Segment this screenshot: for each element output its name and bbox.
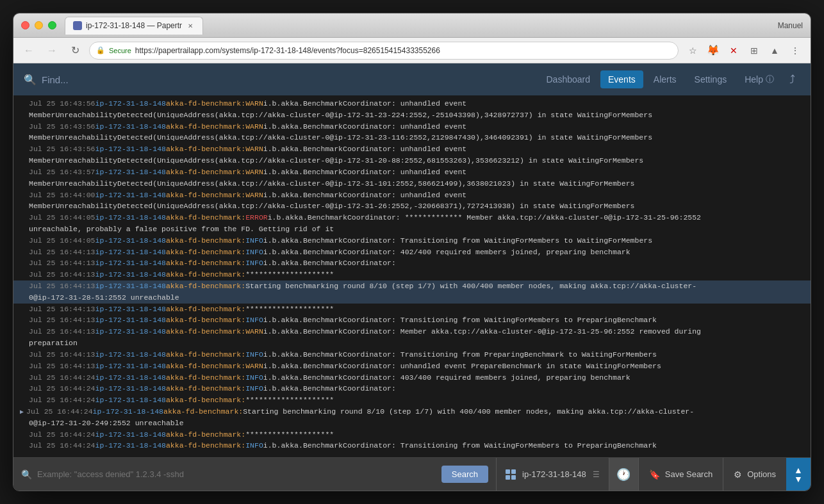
clock-icon: 🕐	[616, 467, 630, 482]
log-line: Jul 25 16:44:13 ip-172-31-18-148 akka-fd…	[13, 304, 811, 315]
log-line: Jul 25 16:44:13 ip-172-31-18-148 akka-fd…	[13, 349, 811, 361]
log-line: Jul 25 16:43:57 ip-172-31-18-148 akka-fd…	[13, 167, 811, 178]
log-line: Jul 25 16:44:13 ip-172-31-18-148 akka-fd…	[13, 247, 811, 258]
menu-button[interactable]: ⋮	[786, 42, 804, 60]
help-label: Help	[745, 74, 763, 85]
search-input-area: 🔍 Search	[13, 458, 497, 491]
system-selector[interactable]: ip-172-31-18-148 ☰	[497, 458, 609, 491]
extension-1[interactable]: ✕	[725, 42, 743, 60]
log-line: Jul 25 16:44:05 ip-172-31-18-148 akka-fd…	[13, 212, 811, 224]
log-line: Jul 25 16:43:56 ip-172-31-18-148 akka-fd…	[13, 121, 811, 133]
traffic-lights	[21, 21, 56, 29]
papertrail-icon	[73, 21, 82, 30]
options-button[interactable]: ⚙ Options	[723, 458, 786, 491]
tab-bar: ip-172-31-18-148 — Papertr ✕	[65, 13, 203, 37]
search-icon-bottom: 🔍	[21, 469, 32, 480]
title-bar: ip-172-31-18-148 — Papertr ✕ Manuel	[13, 13, 811, 38]
log-line: MemberUnreachabilityDetected(UniqueAddre…	[13, 155, 811, 167]
log-line: Jul 25 16:44:13 ip-172-31-18-148 akka-fd…	[13, 280, 811, 292]
back-button[interactable]: ←	[20, 42, 38, 60]
lock-icon: 🔒	[96, 46, 105, 54]
system-grid-icon	[506, 469, 516, 480]
log-line: Jul 25 16:44:13 ip-172-31-18-148 akka-fd…	[13, 269, 811, 280]
log-line: MemberUnreachabilityDetected(UniqueAddre…	[13, 110, 811, 121]
log-line: Jul 25 16:44:13 ip-172-31-18-148 akka-fd…	[13, 361, 811, 372]
options-label: Options	[747, 469, 776, 479]
scroll-indicator[interactable]: ▲ ▼	[786, 458, 811, 491]
search-button[interactable]: Search	[441, 466, 488, 483]
secure-label: Secure	[109, 47, 131, 54]
browser-tab[interactable]: ip-172-31-18-148 — Papertr ✕	[65, 17, 203, 35]
nav-events[interactable]: Events	[600, 70, 643, 88]
address-bar[interactable]: 🔒 Secure https://papertrailapp.com/syste…	[89, 42, 679, 60]
log-line-continuation: preparation	[13, 337, 811, 349]
save-search-button[interactable]: 🔖 Save Search	[639, 458, 723, 491]
help-icon: ⓘ	[766, 74, 774, 85]
search-input[interactable]	[37, 469, 436, 479]
system-menu-chevron: ☰	[593, 470, 600, 479]
find-placeholder: Find...	[42, 74, 69, 85]
log-line: Jul 25 16:44:24 ip-172-31-18-148 akka-fd…	[13, 394, 811, 406]
log-line: unreachable, probably a false positive f…	[13, 224, 811, 235]
extension-2[interactable]: ⊞	[745, 42, 763, 60]
log-line: MemberUnreachabilityDetected(UniqueAddre…	[13, 200, 811, 212]
log-area: Jul 25 16:43:56 ip-172-31-18-148 akka-fd…	[13, 95, 811, 457]
reload-button[interactable]: ↻	[66, 42, 84, 60]
bookmark-button[interactable]: ☆	[684, 42, 702, 60]
nav-links: Dashboard Events Alerts Settings Help ⓘ …	[539, 69, 801, 90]
log-line: Jul 25 16:44:05 ip-172-31-18-148 akka-fd…	[13, 235, 811, 247]
system-name-label: ip-172-31-18-148	[522, 469, 586, 479]
log-line: ▶Jul 25 16:44:24 ip-172-31-18-148 akka-f…	[13, 406, 811, 418]
browser-bar: ← → ↻ 🔒 Secure https://papertrailapp.com…	[13, 38, 811, 63]
nav-alerts[interactable]: Alerts	[646, 70, 684, 88]
user-label: Manuel	[778, 21, 803, 30]
nav-dashboard[interactable]: Dashboard	[539, 70, 598, 88]
forward-button[interactable]: →	[43, 42, 61, 60]
log-line: MemberUnreachabilityDetected(UniqueAddre…	[13, 178, 811, 190]
log-line: Jul 25 16:43:56 ip-172-31-18-148 akka-fd…	[13, 98, 811, 110]
save-search-label: Save Search	[665, 469, 713, 479]
nav-signout[interactable]: ⤴	[784, 69, 800, 90]
expand-icon[interactable]: ▶	[20, 407, 24, 418]
log-line: Jul 25 16:44:13 ip-172-31-18-148 akka-fd…	[13, 257, 811, 269]
search-icon: 🔍	[24, 74, 37, 86]
log-line: Jul 25 16:44:13 ip-172-31-18-148 akka-fd…	[13, 326, 811, 337]
extension-3[interactable]: ▲	[766, 42, 784, 60]
bookmark-save-icon: 🔖	[649, 469, 660, 480]
log-line: Jul 25 16:44:24 ip-172-31-18-148 akka-fd…	[13, 383, 811, 394]
log-line: Jul 25 16:43:56 ip-172-31-18-148 akka-fd…	[13, 143, 811, 155]
time-button[interactable]: 🕐	[609, 458, 639, 491]
log-line: Jul 25 16:44:13 ip-172-31-18-148 akka-fd…	[13, 314, 811, 326]
global-search[interactable]: 🔍 Find...	[24, 74, 539, 86]
scroll-arrows: ▲ ▼	[794, 466, 803, 484]
nav-help[interactable]: Help ⓘ	[737, 70, 782, 89]
log-line: Jul 25 16:44:24 ip-172-31-18-148 akka-fd…	[13, 429, 811, 441]
log-line: Jul 25 16:44:00 ip-172-31-18-148 akka-fd…	[13, 190, 811, 201]
bottom-bar: 🔍 Search ip-172-31-18-148 ☰ 🕐 🔖 Save Sea…	[13, 457, 811, 491]
tab-close-button[interactable]: ✕	[186, 21, 195, 30]
log-line: MemberUnreachabilityDetected(UniqueAddre…	[13, 132, 811, 143]
url-text: https://papertrailapp.com/systems/ip-172…	[135, 46, 440, 55]
log-line: Jul 25 16:44:24 ip-172-31-18-148 akka-fd…	[13, 440, 811, 451]
maximize-button[interactable]	[48, 21, 56, 29]
app-header: 🔍 Find... Dashboard Events Alerts Settin…	[13, 63, 811, 95]
nav-settings[interactable]: Settings	[687, 70, 735, 88]
log-line: Jul 25 16:44:24 ip-172-31-18-148 akka-fd…	[13, 372, 811, 384]
log-line-continuation: 0@ip-172-31-28-51:2552 unreachable	[13, 292, 811, 304]
tab-title: ip-172-31-18-148 — Papertr	[86, 21, 182, 30]
gear-icon: ⚙	[734, 469, 742, 480]
firefox-icon[interactable]: 🦊	[704, 42, 722, 60]
close-button[interactable]	[21, 21, 29, 29]
minimize-button[interactable]	[35, 21, 43, 29]
browser-actions: ☆ 🦊 ✕ ⊞ ▲ ⋮	[684, 42, 804, 60]
log-line-continuation: 0@ip-172-31-20-249:2552 unreachable	[13, 418, 811, 429]
